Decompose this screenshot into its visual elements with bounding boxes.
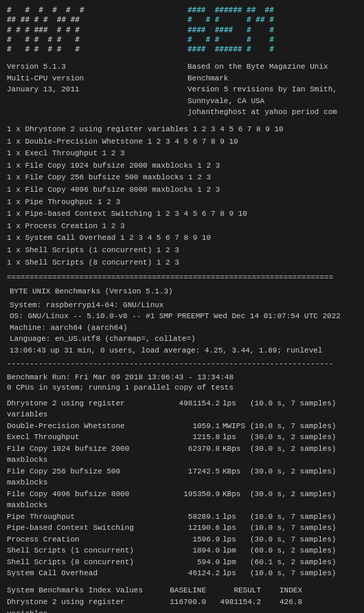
test-list: 1 x Dhrystone 2 using register variables… xyxy=(7,124,357,269)
result-row: Dhrystone 2 using register variables 498… xyxy=(7,398,357,421)
result-name: Shell Scripts (1 concurrent) xyxy=(7,545,158,557)
result-row: Double-Precision Whetstone 1059.1 MWIPS … xyxy=(7,421,357,432)
section-title: BYTE UNIX Benchmarks (Version 5.1.3) xyxy=(10,287,357,297)
result-row: File Copy 1024 bufsize 2000 maxblocks 62… xyxy=(7,443,357,466)
result-value: 1596.9 xyxy=(158,534,220,546)
equals-separator: ========================================… xyxy=(7,273,357,283)
result-unit: lps xyxy=(223,534,250,546)
result-extra: (10.0 s, 7 samples) xyxy=(250,511,357,523)
sys-info-line: Language: en_US.utf8 (charmap=, collate=… xyxy=(10,333,357,345)
index-col-name: System Benchmarks Index Values xyxy=(7,585,151,597)
version5-text: Version 5 revisions by Ian Smith, xyxy=(187,84,357,96)
result-value: 1215.8 xyxy=(158,432,220,443)
result-extra: (30.0 s, 2 samples) xyxy=(250,443,357,466)
index-rows: Dhrystone 2 using register variables 116… xyxy=(7,597,357,613)
result-value: 1059.1 xyxy=(158,421,220,432)
system-info: System: raspberrypi4-64: GNU/Linux OS: G… xyxy=(10,300,357,357)
result-unit: KBps xyxy=(223,489,250,511)
test-item: 1 x Shell Scripts (8 concurrent) 1 2 3 xyxy=(7,257,357,269)
result-name: Dhrystone 2 using register variables xyxy=(7,398,158,421)
result-extra: (10.0 s, 7 samples) xyxy=(250,568,357,579)
result-unit: lps xyxy=(223,522,250,534)
index-col-result: RESULT xyxy=(206,585,261,597)
result-name: Shell Scripts (8 concurrent) xyxy=(7,557,158,568)
result-extra: (30.0 s, 2 samples) xyxy=(250,466,357,489)
result-value: 1894.0 xyxy=(158,545,220,557)
location-text: Sunnyvale, CA USA xyxy=(187,96,357,107)
based-on-text: Based on the Byte Magazine Unix Benchmar… xyxy=(187,61,357,84)
index-col-baseline: BASELINE xyxy=(151,585,206,597)
header-left: Version 5.1.3 Multi-CPU version January … xyxy=(7,61,177,118)
result-extra: (30.0 s, 2 samples) xyxy=(250,489,357,511)
result-row: Pipe Throughput 58289.1 lps (10.0 s, 7 s… xyxy=(7,511,357,523)
idx-result: 4981154.2 xyxy=(206,597,261,613)
test-item: 1 x Double-Precision Whetstone 1 2 3 4 5… xyxy=(7,136,357,148)
email-text: johantheghost at yahoo period com xyxy=(187,107,357,118)
sys-info-line: 13:06:43 up 31 min, 0 users, load averag… xyxy=(10,345,357,357)
result-row: Execl Throughput 1215.8 lps (30.0 s, 2 s… xyxy=(7,432,357,443)
idx-baseline: 116700.0 xyxy=(151,597,206,613)
result-extra: (10.0 s, 7 samples) xyxy=(250,398,357,421)
result-extra: (30.0 s, 2 samples) xyxy=(250,432,357,443)
result-name: Double-Precision Whetstone xyxy=(7,421,158,432)
benchmark-run-line: 0 CPUs in system; running 1 parallel cop… xyxy=(7,383,357,393)
result-name: System Call Overhead xyxy=(7,568,158,579)
result-name: File Copy 256 bufsize 500 maxblocks xyxy=(7,466,158,489)
result-name: Execl Throughput xyxy=(7,432,158,443)
result-unit: lps xyxy=(223,432,250,443)
benchmark-run-line: Benchmark Run: Fri Mar 09 2018 13:06:43 … xyxy=(7,372,357,383)
result-value: 4981154.2 xyxy=(158,398,220,421)
results-table: Dhrystone 2 using register variables 498… xyxy=(7,398,357,579)
result-value: 12190.6 xyxy=(158,522,220,534)
index-col-index: INDEX xyxy=(261,585,302,597)
result-unit: MWIPS xyxy=(223,421,250,432)
test-item: 1 x File Copy 256 bufsize 500 maxblocks … xyxy=(7,172,357,184)
header-right: Based on the Byte Magazine Unix Benchmar… xyxy=(187,61,357,118)
multi-cpu-text: Multi-CPU version xyxy=(7,73,177,85)
result-row: Pipe-based Context Switching 12190.6 lps… xyxy=(7,522,357,534)
test-item: 1 x Pipe-based Context Switching 1 2 3 4… xyxy=(7,208,357,221)
result-extra: (60.1 s, 2 samples) xyxy=(250,557,357,568)
result-row: Shell Scripts (8 concurrent) 594.0 lpm (… xyxy=(7,557,357,568)
result-unit: lps xyxy=(223,398,250,421)
result-name: Pipe Throughput xyxy=(7,511,158,523)
sys-info-line: Machine: aarch64 (aarch64) xyxy=(10,322,357,334)
test-item: 1 x File Copy 4096 bufsize 8000 maxblock… xyxy=(7,184,357,197)
result-name: Pipe-based Context Switching xyxy=(7,522,158,534)
main-container: # # # # # # ## ## # # ## ## # # # ### # … xyxy=(0,0,364,613)
test-item: 1 x System Call Overhead 1 2 3 4 5 6 7 8… xyxy=(7,232,357,245)
result-unit: lps xyxy=(223,568,250,579)
result-value: 195350.9 xyxy=(158,489,220,511)
test-item: 1 x File Copy 1024 bufsize 2000 maxblock… xyxy=(7,160,357,172)
version-text: Version 5.1.3 xyxy=(7,61,177,73)
benchmark-run: Benchmark Run: Fri Mar 09 2018 13:06:43 … xyxy=(7,372,357,394)
result-extra: (60.0 s, 2 samples) xyxy=(250,545,357,557)
result-row: Shell Scripts (1 concurrent) 1894.0 lpm … xyxy=(7,545,357,557)
result-value: 58289.1 xyxy=(158,511,220,523)
idx-index: 426.8 xyxy=(261,597,302,613)
result-row: File Copy 256 bufsize 500 maxblocks 1724… xyxy=(7,466,357,489)
result-unit: lpm xyxy=(223,557,250,568)
test-item: 1 x Pipe Throughput 1 2 3 xyxy=(7,197,357,209)
dash-separator: ----------------------------------------… xyxy=(7,359,357,369)
index-header-row: System Benchmarks Index Values BASELINE … xyxy=(7,585,357,597)
result-value: 594.0 xyxy=(158,557,220,568)
result-extra: (10.0 s, 7 samples) xyxy=(250,421,357,432)
result-value: 62370.8 xyxy=(158,443,220,466)
result-value: 46124.2 xyxy=(158,568,220,579)
result-unit: lpm xyxy=(223,545,250,557)
sys-info-line: System: raspberrypi4-64: GNU/Linux xyxy=(10,300,357,311)
result-unit: lps xyxy=(223,511,250,523)
sys-info-line: OS: GNU/Linux -- 5.10.0-v8 -- #1 SMP PRE… xyxy=(10,311,357,322)
result-extra: (30.0 s, 7 samples) xyxy=(250,534,357,546)
test-item: 1 x Dhrystone 2 using register variables… xyxy=(7,124,357,136)
idx-name: Dhrystone 2 using register variables xyxy=(7,597,151,613)
date-text: January 13, 2011 xyxy=(7,84,177,96)
result-row: Process Creation 1596.9 lps (30.0 s, 7 s… xyxy=(7,534,357,546)
result-unit: KBps xyxy=(223,466,250,489)
ascii-art-section: # # # # # # ## ## # # ## ## # # # ### # … xyxy=(7,5,357,57)
index-row: Dhrystone 2 using register variables 116… xyxy=(7,597,357,613)
result-row: File Copy 4096 bufsize 8000 maxblocks 19… xyxy=(7,489,357,511)
result-name: File Copy 4096 bufsize 8000 maxblocks xyxy=(7,489,158,511)
test-item: 1 x Execl Throughput 1 2 3 xyxy=(7,148,357,160)
